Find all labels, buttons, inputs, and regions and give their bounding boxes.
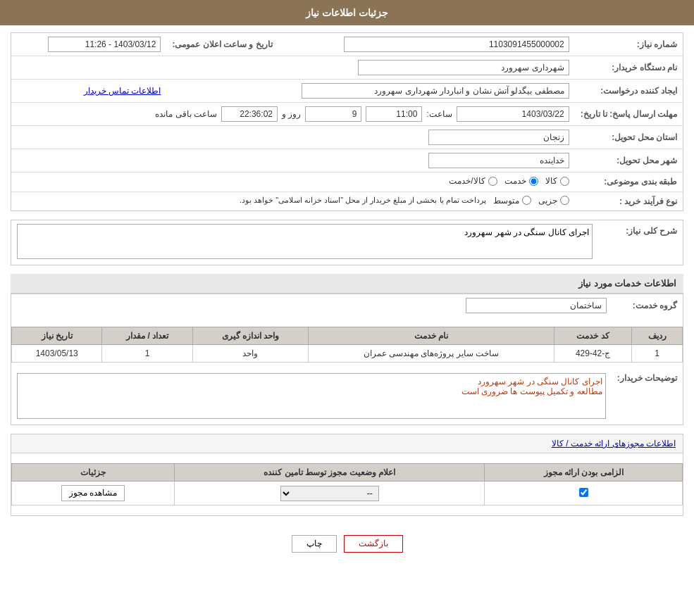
category-service-radio[interactable] (529, 177, 538, 186)
category-both: کالا/خدمت (449, 176, 497, 186)
buyer-notes-row: توضیحات خریدار: (11, 370, 683, 425)
cell-row: 1 (632, 345, 683, 363)
category-both-radio[interactable] (488, 177, 497, 186)
col-details: جزئیات (12, 464, 175, 482)
table-row: 1 ج-42-429 ساخت سایر پروژه‌های مهندسی عم… (12, 345, 683, 363)
back-button[interactable]: بازگشت (344, 535, 403, 553)
category-goods-radio[interactable] (560, 177, 569, 186)
permit-status-select[interactable]: -- (280, 486, 379, 501)
category-both-label: کالا/خدمت (449, 176, 485, 186)
main-info-section: شماره نیاز: 1103091455000002 تاریخ و ساع… (11, 32, 683, 211)
deadline-time: 11:00 (366, 106, 422, 122)
purchase-type-note: پرداخت تمام یا بخشی از مبلغ خریدار از مح… (240, 196, 486, 205)
service-group-label: گروه خدمت: (612, 294, 683, 317)
remaining-days: 9 (305, 106, 361, 122)
row-province: استان محل تحویل: زنجان (11, 126, 683, 149)
need-number-label: شماره نیاز: (575, 33, 683, 56)
row-buyer-org: نام دستگاه خریدار: شهرداری سهرورد (11, 56, 683, 80)
services-table-body: 1 ج-42-429 ساخت سایر پروژه‌های مهندسی عم… (12, 345, 683, 363)
permits-link-title[interactable]: اطلاعات مجوزهای ارائه خدمت / کالا (11, 434, 683, 453)
purchase-type-radios: جزیی متوسط پرداخت تمام یا بخشی از مبلغ خ… (240, 196, 569, 206)
city-label: شهر محل تحویل: (575, 149, 683, 172)
buyer-notes-label: توضیحات خریدار: (612, 370, 683, 425)
buyer-notes-textarea[interactable] (17, 373, 606, 419)
announce-date-value: 1403/03/12 - 11:26 (48, 37, 161, 52)
page-title: جزئیات اطلاعات نیاز (306, 7, 388, 18)
row-category: طبقه بندی موضوعی: کالا خدمت (11, 172, 683, 192)
response-deadline-label: مهلت ارسال پاسخ: تا تاریخ: (575, 103, 683, 126)
general-desc-row: شرح کلی نیاز: (11, 220, 683, 265)
col-required: الزامی بودن ارائه مجوز (485, 464, 683, 482)
cell-code: ج-42-429 (554, 345, 632, 363)
general-desc-textarea[interactable] (17, 224, 593, 259)
services-table-head: ردیف کد خدمت نام خدمت واحد اندازه گیری ت… (12, 327, 683, 345)
service-group-value: ساختمان (466, 298, 607, 313)
cell-name: ساخت سایر پروژه‌های مهندسی عمران (309, 345, 554, 363)
list-item: -- مشاهده مجوز (12, 482, 683, 505)
purchase-type-label: نوع فرآیند خرید : (575, 191, 683, 210)
purchase-partial-label: جزیی (538, 196, 557, 206)
service-group-table: گروه خدمت: ساختمان (11, 294, 683, 317)
col-supplier-status: اعلام وضعیت مجوز توسط تامین کننده (175, 464, 485, 482)
creator-label: ایجاد کننده درخواست: (575, 80, 683, 103)
col-service-code: کد خدمت (554, 327, 632, 345)
province-label: استان محل تحویل: (575, 126, 683, 149)
permit-status-cell: -- (175, 482, 485, 505)
purchase-partial: جزیی (538, 196, 569, 206)
remaining-time: 22:36:02 (221, 106, 278, 122)
permit-required-checkbox[interactable] (579, 488, 588, 497)
city-value: خداینده (428, 153, 569, 168)
purchase-medium-label: متوسط (493, 196, 519, 206)
row-need-number: شماره نیاز: 1103091455000002 تاریخ و ساع… (11, 33, 683, 56)
row-creator: ایجاد کننده درخواست: مصطفی بیگدلو آتش نش… (11, 80, 683, 103)
permits-header-row: الزامی بودن ارائه مجوز اعلام وضعیت مجوز … (12, 464, 683, 482)
row-deadline: مهلت ارسال پاسخ: تا تاریخ: 1403/03/22 سا… (11, 103, 683, 126)
category-service-label: خدمت (504, 176, 526, 186)
remaining-days-label: روز و (282, 109, 301, 119)
cell-deadline: 1403/05/13 (12, 345, 102, 363)
announce-date-label: تاریخ و ساعت اعلان عمومی: (166, 33, 278, 56)
category-label: طبقه بندی موضوعی: (575, 172, 683, 192)
cell-quantity: 1 (102, 345, 192, 363)
deadline-time-label: ساعت: (426, 109, 452, 119)
creator-value: مصطفی بیگدلو آتش نشان و انباردار شهرداری… (302, 83, 569, 99)
category-service: خدمت (504, 176, 538, 186)
col-unit: واحد اندازه گیری (192, 327, 308, 345)
row-purchase-type: نوع فرآیند خرید : جزیی متوسط پرداخت (11, 191, 683, 210)
col-quantity: تعداد / مقدار (102, 327, 192, 345)
services-section-title: اطلاعات خدمات مورد نیاز (11, 274, 683, 294)
permits-table-body: -- مشاهده مجوز (12, 482, 683, 505)
print-button[interactable]: چاپ (292, 535, 337, 553)
general-desc-table: شرح کلی نیاز: (11, 220, 683, 265)
category-radios: کالا خدمت کالا/خدمت (449, 176, 569, 186)
need-number-value: 1103091455000002 (344, 37, 569, 52)
bottom-buttons: بازگشت چاپ (11, 524, 683, 563)
deadline-row: 1403/03/22 ساعت: 11:00 9 روز و 22:36:02 … (155, 106, 569, 122)
general-desc-label: شرح کلی نیاز: (598, 220, 683, 265)
permits-table: الزامی بودن ارائه مجوز اعلام وضعیت مجوز … (11, 463, 683, 505)
row-city: شهر محل تحویل: خداینده (11, 149, 683, 172)
view-permit-button[interactable]: مشاهده مجوز (61, 485, 125, 501)
col-deadline: تاریخ نیاز (12, 327, 102, 345)
general-desc-section: شرح کلی نیاز: (11, 220, 683, 265)
info-table: شماره نیاز: 1103091455000002 تاریخ و ساع… (11, 33, 683, 210)
purchase-partial-radio[interactable] (560, 196, 569, 205)
col-service-name: نام خدمت (309, 327, 554, 345)
purchase-medium-radio[interactable] (522, 196, 531, 205)
category-goods: کالا (545, 176, 569, 186)
buyer-org-label: نام دستگاه خریدار: (575, 56, 683, 80)
permits-section: اطلاعات مجوزهای ارائه خدمت / کالا الزامی… (11, 434, 683, 516)
services-table: ردیف کد خدمت نام خدمت واحد اندازه گیری ت… (11, 327, 683, 363)
services-header-row: ردیف کد خدمت نام خدمت واحد اندازه گیری ت… (12, 327, 683, 345)
services-section: گروه خدمت: ساختمان ردیف کد خدمت نام خدمت… (11, 294, 683, 425)
province-value: زنجان (428, 130, 569, 145)
buyer-org-value: شهرداری سهرورد (358, 60, 569, 75)
buyer-notes-table: توضیحات خریدار: (11, 370, 683, 425)
cell-unit: واحد (192, 345, 308, 363)
permit-required-cell (485, 482, 683, 505)
permits-table-head: الزامی بودن ارائه مجوز اعلام وضعیت مجوز … (12, 464, 683, 482)
deadline-date: 1403/03/22 (457, 106, 569, 122)
creator-contact-link[interactable]: اطلاعات تماس خریدار (84, 86, 161, 96)
remaining-label: ساعت باقی مانده (155, 109, 217, 119)
page-header: جزئیات اطلاعات نیاز (0, 0, 694, 25)
